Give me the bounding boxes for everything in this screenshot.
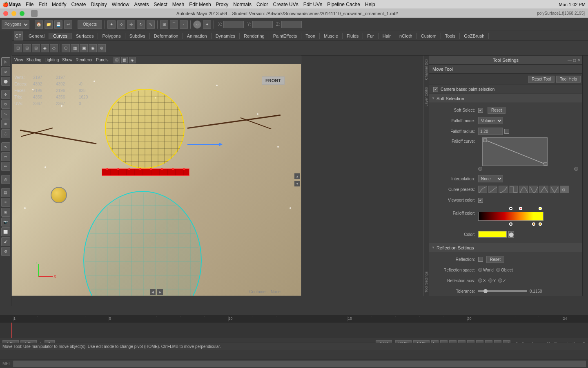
color-handle-red[interactable] <box>519 207 522 210</box>
menu-normals[interactable]: Normals <box>233 2 252 7</box>
preset-2[interactable] <box>488 186 497 193</box>
space-world-radio[interactable]: World <box>478 268 494 272</box>
shelf-tab-hair[interactable]: Hair <box>379 33 395 39</box>
undo-icon[interactable]: ↩ <box>64 20 72 29</box>
preset-5[interactable] <box>519 186 528 193</box>
shelf-icon-9[interactable]: ◉ <box>89 44 97 52</box>
transform-icon[interactable]: ⊹ <box>117 20 125 29</box>
space-object-radio[interactable]: Object <box>496 268 513 272</box>
move-icon[interactable]: ✛ <box>1 90 10 99</box>
scale-icon-left[interactable]: ⤡ <box>1 110 10 119</box>
home-icon[interactable]: 🏠 <box>35 20 43 29</box>
display-icon[interactable]: ▤ <box>1 188 10 197</box>
shelf-tab-surfaces[interactable]: Surfaces <box>72 33 98 39</box>
reflection-reset-button[interactable]: Reset <box>486 256 504 263</box>
grid3d-icon[interactable]: ⊞ <box>1 208 10 217</box>
preset-8[interactable] <box>550 186 559 193</box>
universal-manip-icon[interactable]: ⊕ <box>1 119 10 128</box>
falloff-radius-input[interactable] <box>478 128 503 135</box>
menu-window[interactable]: Window <box>112 2 129 7</box>
shelf-tab-curves[interactable]: Curves <box>49 33 72 39</box>
preset-1[interactable] <box>478 186 487 193</box>
falloff-mode-select[interactable]: Volume Surface Global Object <box>478 117 503 124</box>
menu-display[interactable]: Display <box>91 2 107 7</box>
falloff-radius-lock[interactable] <box>504 129 509 134</box>
color-handle-yellow[interactable] <box>539 207 542 210</box>
shelf-tab-custom[interactable]: Custom <box>417 33 441 39</box>
soft-selection-header[interactable]: ▼ Soft Selection <box>429 94 582 103</box>
z-input[interactable] <box>281 21 302 28</box>
preset-6[interactable] <box>529 186 538 193</box>
move-tool-icon[interactable]: ✛ <box>127 20 135 29</box>
soft-select-reset[interactable]: Reset <box>488 107 506 114</box>
menu-create[interactable]: Create <box>71 2 86 7</box>
collapse-icon[interactable]: — <box>568 58 572 63</box>
maximize-button[interactable] <box>20 11 24 16</box>
preset-9[interactable]: ⚙ <box>560 186 569 193</box>
tolerance-slider[interactable] <box>478 290 527 292</box>
shelf-icon-8[interactable]: ▣ <box>80 44 88 52</box>
soft-select-checkbox[interactable] <box>478 108 483 113</box>
save-icon[interactable]: 💾 <box>54 20 62 29</box>
shelf-icon[interactable]: CP <box>14 31 23 40</box>
reset-tool-button[interactable]: Reset Tool <box>528 76 555 83</box>
rotate-icon-left[interactable]: ↻ <box>1 100 10 109</box>
sphere-icon[interactable]: ○ <box>193 20 201 29</box>
menu-modify[interactable]: Modify <box>52 2 66 7</box>
shelf-tab-ncloth[interactable]: nCloth <box>395 33 417 39</box>
menu-assets[interactable]: Assets <box>134 2 149 7</box>
curve-cv-icon[interactable]: ∿ <box>1 142 10 151</box>
shelf-tab-fluids[interactable]: Fluids <box>343 33 363 39</box>
shelf-tab-tools[interactable]: Tools <box>441 33 460 39</box>
folder-icon[interactable]: 📁 <box>45 20 53 29</box>
tool-settings-side-tab[interactable]: Tool Settings <box>424 268 428 296</box>
camera-icon[interactable]: 📷 <box>1 218 10 227</box>
menu-select[interactable]: Select <box>154 2 167 7</box>
paint-icon[interactable]: 🖌 <box>1 237 10 246</box>
script-icon[interactable]: ⚙ <box>1 247 10 256</box>
close-icon[interactable]: ✕ <box>577 58 581 63</box>
interpolation-select[interactable]: None Linear Smooth Spline <box>478 175 503 182</box>
reflection-checkbox[interactable] <box>478 257 483 262</box>
viewport-color-checkbox[interactable] <box>478 198 483 203</box>
viewport-canvas[interactable]: X Y FRONT Container: None Verts: 2197 21… <box>12 64 301 296</box>
y-input[interactable] <box>252 21 273 28</box>
shelf-icon-10[interactable]: ⊕ <box>98 44 106 52</box>
snap-curve-icon[interactable]: ⌒ <box>170 20 178 29</box>
viewport-scroll[interactable]: ▲ ▼ <box>294 173 300 186</box>
snap-grid-icon[interactable]: ⊞ <box>160 20 168 29</box>
curve-ep-icon[interactable]: ∾ <box>1 152 10 161</box>
menu-edit[interactable]: Edit <box>38 2 47 7</box>
color-handle-bottom-yellow[interactable] <box>539 222 542 226</box>
camera-paint-check[interactable] <box>433 87 438 92</box>
axis-z-radio[interactable]: Z <box>498 278 506 283</box>
scale-icon[interactable]: ⤡ <box>147 20 155 29</box>
shading-menu[interactable]: Shading <box>27 58 42 62</box>
shelf-tab-muscle[interactable]: Muscle <box>320 33 343 39</box>
menu-color[interactable]: Color <box>256 2 268 7</box>
snap-point-icon[interactable]: · <box>180 20 188 29</box>
color-handle-bottom-black[interactable] <box>509 222 512 226</box>
menu-file[interactable]: File <box>26 2 33 7</box>
shelf-icon-3[interactable]: ⊞ <box>32 44 40 52</box>
show-menu[interactable]: Show <box>62 58 72 62</box>
select-tool-icon[interactable]: ✦ <box>107 20 116 29</box>
mode-select[interactable]: Polygons <box>2 20 29 29</box>
color-handle-bottom-orange[interactable] <box>532 222 535 226</box>
shelf-tab-subdivs[interactable]: Subdivs <box>125 33 150 39</box>
shelf-tab-fur[interactable]: Fur <box>363 33 379 39</box>
scroll-down[interactable]: ▼ <box>294 181 300 186</box>
minimize-button[interactable] <box>11 11 16 16</box>
preset-7[interactable] <box>539 186 548 193</box>
axis-x-radio[interactable]: X <box>478 278 486 283</box>
menu-mesh[interactable]: Mesh <box>172 2 184 7</box>
color-handle-black[interactable] <box>509 207 512 210</box>
curve-handle-left[interactable] <box>478 167 482 171</box>
shelf-tab-deformation[interactable]: Deformation <box>150 33 183 39</box>
view-menu[interactable]: View <box>14 58 23 62</box>
vp-icon2[interactable]: ▦ <box>121 57 128 63</box>
menu-edit-mesh[interactable]: Edit Mesh <box>189 2 211 7</box>
scroll-left[interactable]: ◀ <box>150 289 156 295</box>
lasso-icon[interactable]: ⌀ <box>1 67 10 76</box>
shelf-icon-7[interactable]: ▦ <box>71 44 79 52</box>
